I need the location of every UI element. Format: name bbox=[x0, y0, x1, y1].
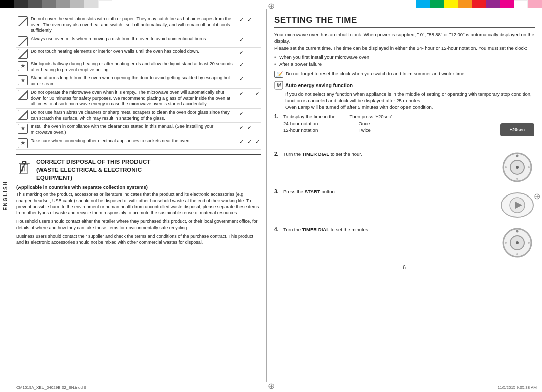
safety-text: Stand at arms length from the oven when … bbox=[29, 74, 237, 88]
section-title: SETTING THE TIME bbox=[274, 15, 535, 28]
energy-saving-section: M Auto energy saving function If you do … bbox=[274, 81, 535, 110]
check-3 bbox=[253, 35, 261, 48]
language-sidebar: ENGLISH bbox=[0, 9, 11, 382]
icon-cell bbox=[16, 15, 29, 35]
intro-text: Your microwave oven has an inbuilt clock… bbox=[274, 32, 534, 51]
section-intro: Your microwave oven has an inbuilt clock… bbox=[274, 31, 535, 51]
footer: CM1519A_XEU_04029B-02_EN.indd 6 11/5/201… bbox=[11, 383, 542, 392]
step3-bold: START bbox=[305, 189, 320, 194]
svg-text:M: M bbox=[277, 83, 281, 88]
safety-text: Install the oven in compliance with the … bbox=[29, 123, 237, 137]
oven-mitt-icon bbox=[18, 36, 28, 46]
table-row: Do not operate the microwave oven when i… bbox=[16, 88, 261, 108]
check-2 bbox=[245, 108, 253, 122]
table-row: Do not use harsh abrasive cleaners or sh… bbox=[16, 108, 261, 122]
check-1: ✓ bbox=[237, 35, 245, 48]
heating-elements-icon bbox=[18, 49, 28, 59]
dial-svg-1 bbox=[502, 152, 533, 183]
icon-cell: ★ bbox=[16, 137, 29, 149]
step-3-img bbox=[500, 189, 535, 222]
action-24: Once bbox=[344, 120, 392, 127]
stir-liquids-icon: ★ bbox=[18, 61, 28, 71]
check-3 bbox=[253, 108, 261, 122]
no-cover-icon bbox=[18, 16, 28, 26]
svg-point-23 bbox=[516, 253, 518, 255]
footer-right: 11/5/2015 9:05:38 AM bbox=[498, 385, 537, 390]
dial-svg-2 bbox=[502, 227, 533, 258]
step-num-1: 1. bbox=[274, 114, 281, 119]
check-3 bbox=[253, 15, 261, 35]
energy-saving-label: Auto energy saving function bbox=[285, 83, 353, 88]
check-1: ✓ bbox=[237, 48, 245, 60]
check-3 bbox=[253, 123, 261, 137]
svg-point-15 bbox=[505, 166, 507, 168]
svg-point-22 bbox=[516, 230, 519, 233]
weee-para2: Household users should contact either th… bbox=[16, 218, 261, 230]
start-button-svg bbox=[500, 191, 534, 219]
check-2: ✓ bbox=[245, 137, 253, 149]
icon-cell bbox=[16, 108, 29, 122]
step-2-text: 2. Turn the TIMER DIAL to set the hour. bbox=[274, 151, 496, 157]
step-num-2: 2. bbox=[274, 151, 281, 157]
table-row: Always use oven mitts when removing a di… bbox=[16, 35, 261, 48]
table-row: ★ Install the oven in compliance with th… bbox=[16, 123, 261, 137]
weee-section: CORRECT DISPOSAL OF THIS PRODUCT (WASTE … bbox=[16, 154, 261, 245]
step-2: 2. Turn the TIMER DIAL to set the hour. bbox=[274, 151, 535, 184]
step2-bold: TIMER DIAL bbox=[302, 151, 329, 157]
main-content: Do not cover the ventilation slots with … bbox=[11, 9, 542, 382]
weee-applicable-label: (Applicable in countries with separate c… bbox=[16, 184, 261, 190]
abrasive-cleaners-icon bbox=[18, 110, 28, 120]
action-12: Twice bbox=[344, 127, 392, 133]
svg-point-24 bbox=[528, 242, 530, 244]
weee-para1: This marking on the product, accessories… bbox=[16, 191, 261, 216]
step-1-text: 1. To display the time in the... Then pr… bbox=[274, 114, 496, 133]
safety-text: Do not touch heating elements or interio… bbox=[29, 48, 237, 60]
svg-point-11 bbox=[516, 166, 519, 169]
check-2: ✓ bbox=[245, 123, 253, 137]
step-3-text: 3. Press the START button. bbox=[274, 189, 496, 194]
icon-cell: ★ bbox=[16, 60, 29, 74]
energy-icon: M bbox=[274, 81, 283, 90]
check-3: ✓ bbox=[253, 88, 261, 108]
note-text: Do not forget to reset the clock when yo… bbox=[286, 71, 466, 77]
check-2: ✓ bbox=[245, 15, 253, 35]
step-2-img bbox=[500, 151, 535, 184]
left-column: Do not cover the ventilation slots with … bbox=[11, 9, 267, 382]
step-num-4: 4. bbox=[274, 227, 281, 232]
check-2 bbox=[245, 88, 253, 108]
check-1: ✓ bbox=[237, 60, 245, 74]
note-box: 📝 Do not forget to reset the clock when … bbox=[274, 71, 535, 78]
check-3 bbox=[253, 74, 261, 88]
check-1: ✓ bbox=[237, 74, 245, 88]
step-1: 1. To display the time in the... Then pr… bbox=[274, 114, 535, 146]
safety-text: Stir liquids halfway during heating or a… bbox=[29, 60, 237, 74]
safety-table: Do not cover the ventilation slots with … bbox=[16, 15, 261, 150]
notation-12: 12-hour notation bbox=[283, 127, 344, 133]
table-row: ★ Stand at arms length from the oven whe… bbox=[16, 74, 261, 88]
check-1: ✓ bbox=[237, 137, 245, 149]
energy-saving-title: M Auto energy saving function bbox=[274, 81, 535, 90]
icon-cell bbox=[16, 48, 29, 60]
svg-point-12 bbox=[516, 155, 519, 157]
safety-text: Do not cover the ventilation slots with … bbox=[29, 15, 237, 35]
check-1: ✓ bbox=[237, 108, 245, 122]
safety-text: Do not use harsh abrasive cleaners or sh… bbox=[29, 108, 237, 122]
step4-bold: TIMER DIAL bbox=[302, 227, 329, 232]
electrical-appliances-icon: ★ bbox=[18, 138, 28, 148]
step1-table: 24-hour notation Once 12-hour notation T… bbox=[283, 120, 392, 133]
arms-length-icon: ★ bbox=[18, 75, 28, 85]
step-num-3: 3. bbox=[274, 189, 281, 194]
icon-cell bbox=[16, 88, 29, 108]
step-4-text: 4. Turn the TIMER DIAL to set the minute… bbox=[274, 227, 496, 232]
icon-cell bbox=[16, 35, 29, 48]
safety-text: Always use oven mitts when removing a di… bbox=[29, 35, 237, 48]
svg-point-13 bbox=[516, 178, 518, 180]
btn-20sec: +20sec bbox=[500, 123, 534, 136]
energy-saving-text: If you do not select any function when a… bbox=[274, 91, 535, 110]
step-3: 3. Press the START button. bbox=[274, 189, 535, 222]
bullet-item: After a power failure bbox=[279, 61, 535, 68]
install-oven-icon: ★ bbox=[18, 124, 28, 134]
right-column: SETTING THE TIME Your microwave oven has… bbox=[267, 9, 542, 382]
weee-icon bbox=[16, 159, 32, 177]
check-3 bbox=[253, 60, 261, 74]
